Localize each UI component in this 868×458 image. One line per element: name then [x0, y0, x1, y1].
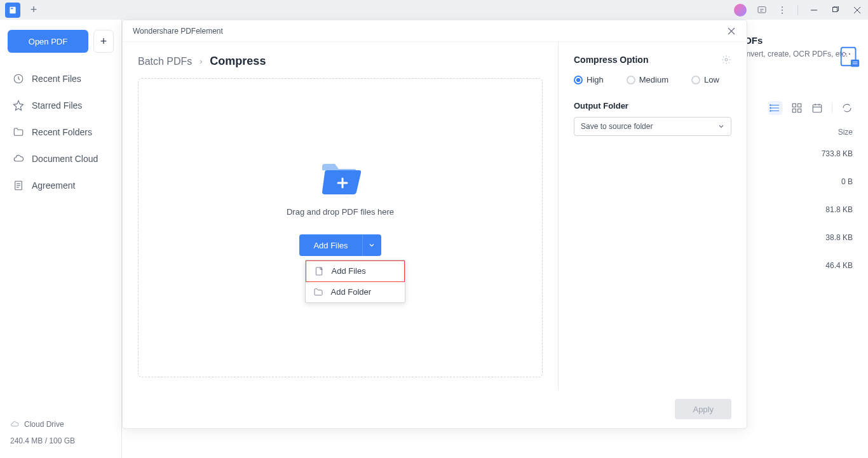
sidebar-item-recent-folders[interactable]: Recent Folders [8, 119, 114, 145]
menu-item-label: Add Files [332, 266, 366, 276]
sidebar-top: Open PDF + [8, 30, 114, 53]
user-avatar[interactable] [734, 4, 747, 17]
radio-label: Low [704, 75, 719, 84]
add-files-dropdown-toggle[interactable] [362, 234, 381, 256]
folder-plus-icon [318, 161, 363, 197]
list-view-icon[interactable] [768, 101, 782, 115]
apply-button[interactable]: Apply [675, 399, 731, 419]
radio-dot-icon [574, 76, 583, 84]
document-icon [13, 180, 24, 191]
gear-icon[interactable] [721, 55, 731, 65]
kebab-icon[interactable] [777, 5, 787, 15]
svg-point-23 [770, 107, 771, 109]
modal-title: Wondershare PDFelement [133, 27, 223, 36]
svg-rect-1 [11, 8, 13, 9]
sidebar: Open PDF + Recent Files Starred Files Re… [0, 20, 122, 458]
sidebar-item-starred-files[interactable]: Starred Files [8, 92, 114, 119]
banner-doc-icon [837, 45, 862, 69]
radio-label: High [587, 75, 604, 84]
sidebar-item-recent-files[interactable]: Recent Files [8, 65, 114, 92]
new-tab-button[interactable]: + [28, 4, 39, 16]
svg-rect-28 [798, 109, 801, 112]
sidebar-item-label: Recent Folders [32, 127, 92, 137]
column-header-size: Size [838, 128, 853, 137]
cloud-drive-label: Cloud Drive [24, 420, 64, 429]
modal-close-button[interactable] [726, 26, 736, 36]
file-size-value: 46.4 KB [822, 261, 853, 270]
radio-high[interactable]: High [574, 75, 604, 84]
dropzone[interactable]: Drag and drop PDF files here Add Files A… [138, 78, 543, 377]
breadcrumb-parent[interactable]: Batch PDFs [138, 56, 192, 67]
file-size-value: 0 B [822, 177, 853, 186]
menu-item-add-files[interactable]: Add Files [306, 260, 405, 282]
file-plus-icon [314, 266, 324, 276]
sidebar-plus-button[interactable]: + [93, 30, 114, 53]
sidebar-item-label: Recent Files [32, 74, 81, 84]
file-size-list: 733.8 KB 0 B 81.8 KB 38.8 KB 46.4 KB [822, 149, 853, 270]
svg-rect-25 [792, 104, 796, 107]
breadcrumb-current: Compress [210, 55, 266, 68]
folder-icon [13, 126, 24, 138]
svg-point-3 [782, 6, 783, 8]
svg-rect-16 [851, 60, 859, 67]
modal-left-panel: Batch PDFs › Compress Drag and drop PDF … [123, 42, 559, 390]
folder-plus-small-icon [313, 287, 323, 297]
modal-header: Wondershare PDFelement [123, 20, 747, 42]
file-size-value: 38.8 KB [822, 233, 853, 242]
add-files-button[interactable]: Add Files [299, 234, 362, 256]
calendar-icon[interactable] [811, 102, 823, 114]
add-files-menu: Add Files Add Folder [305, 260, 405, 303]
titlebar-right [734, 4, 863, 17]
titlebar-divider [797, 5, 798, 15]
svg-rect-26 [798, 104, 801, 107]
app-logo[interactable] [5, 3, 20, 18]
banner-title: PDFs [738, 35, 853, 46]
sidebar-bottom: Cloud Drive 240.4 MB / 100 GB [8, 415, 114, 448]
menu-item-add-folder[interactable]: Add Folder [306, 282, 405, 302]
sidebar-item-label: Starred Files [32, 100, 82, 111]
modal-body: Batch PDFs › Compress Drag and drop PDF … [123, 42, 747, 390]
cloud-drive[interactable]: Cloud Drive [8, 415, 114, 434]
view-toolbar [768, 101, 853, 115]
svg-point-22 [770, 105, 771, 106]
chevron-down-icon [718, 123, 724, 130]
modal-right-panel: Compress Option High Medium Low Output F… [559, 42, 747, 390]
close-button[interactable] [851, 4, 863, 16]
svg-rect-27 [792, 109, 796, 112]
sidebar-item-agreement[interactable]: Agreement [8, 172, 114, 199]
radio-label: Medium [639, 75, 668, 84]
radio-medium[interactable]: Medium [627, 75, 668, 84]
options-header: Compress Option [574, 55, 731, 65]
svg-point-24 [770, 111, 771, 112]
file-size-value: 81.8 KB [822, 205, 853, 214]
maximize-button[interactable] [830, 4, 841, 16]
sidebar-item-document-cloud[interactable]: Document Cloud [8, 145, 114, 172]
banner-card: PDFs convert, create, OCR PDFs, etc. [738, 35, 853, 60]
storage-usage: 240.4 MB / 100 GB [8, 434, 114, 448]
toolbar-divider [832, 103, 832, 113]
svg-point-5 [782, 12, 783, 13]
radio-low[interactable]: Low [691, 75, 719, 84]
options-title: Compress Option [574, 55, 648, 65]
svg-rect-0 [10, 6, 15, 13]
open-pdf-button[interactable]: Open PDF [8, 30, 88, 53]
chat-icon[interactable] [757, 5, 767, 15]
minimize-button[interactable] [808, 4, 820, 16]
refresh-icon[interactable] [841, 102, 853, 114]
file-size-value: 733.8 KB [822, 149, 853, 158]
banner-desc: convert, create, OCR PDFs, etc. [738, 48, 853, 60]
titlebar-left: + [5, 3, 39, 18]
clock-icon [13, 73, 24, 84]
titlebar: + [0, 0, 868, 20]
output-folder-select[interactable]: Save to source folder [574, 117, 731, 136]
chevron-down-icon [369, 242, 375, 248]
add-files-split-button: Add Files [299, 234, 381, 256]
svg-rect-2 [758, 6, 766, 12]
dropzone-text: Drag and drop PDF files here [287, 207, 394, 217]
chevron-right-icon: › [200, 57, 202, 66]
cloud-small-icon [10, 420, 19, 429]
cloud-icon [13, 153, 24, 165]
svg-rect-29 [813, 105, 822, 112]
svg-point-40 [725, 58, 728, 61]
grid-view-icon[interactable] [791, 102, 803, 114]
